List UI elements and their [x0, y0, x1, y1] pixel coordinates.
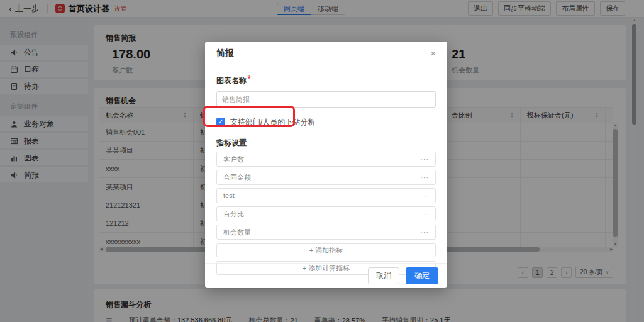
indicator-item-contract-amount[interactable]: 合同金额 ···: [216, 170, 436, 185]
drilldown-checkbox-row[interactable]: ✓ 支持部门/人员的下钻分析: [216, 116, 436, 128]
indicator-item-percentage[interactable]: 百分比 ···: [216, 206, 436, 221]
dialog-header: 简报 ×: [205, 42, 447, 65]
more-options-icon[interactable]: ···: [420, 174, 429, 181]
chart-name-input[interactable]: [216, 91, 436, 108]
dialog-footer: 取消 确定: [205, 263, 447, 288]
cancel-button[interactable]: 取消: [368, 267, 399, 284]
confirm-button[interactable]: 确定: [406, 267, 438, 284]
more-options-icon[interactable]: ···: [420, 211, 429, 218]
close-icon[interactable]: ×: [430, 48, 436, 58]
checkbox-checked-icon[interactable]: ✓: [216, 118, 225, 126]
required-mark: *: [247, 74, 251, 85]
more-options-icon[interactable]: ···: [420, 229, 429, 236]
indicator-item-test[interactable]: test ···: [216, 188, 436, 203]
more-options-icon[interactable]: ···: [420, 156, 429, 163]
dialog-title: 简报: [216, 48, 234, 59]
indicator-item-customer-count[interactable]: 客户数 ···: [216, 152, 436, 167]
checkbox-label: 支持部门/人员的下钻分析: [230, 117, 315, 128]
brief-settings-dialog: 简报 × 图表名称* ✓ 支持部门/人员的下钻分析 指标设置 客户数 ··· 合…: [205, 42, 447, 288]
indicator-item-opportunity-count[interactable]: 机会数量 ···: [216, 225, 436, 240]
chart-name-label: 图表名称*: [216, 74, 436, 86]
more-options-icon[interactable]: ···: [420, 192, 429, 199]
dialog-body: 图表名称* ✓ 支持部门/人员的下钻分析 指标设置 客户数 ··· 合同金额 ·…: [205, 65, 447, 275]
indicator-settings-label: 指标设置: [216, 138, 436, 148]
add-indicator-button[interactable]: + 添加指标: [216, 243, 436, 257]
